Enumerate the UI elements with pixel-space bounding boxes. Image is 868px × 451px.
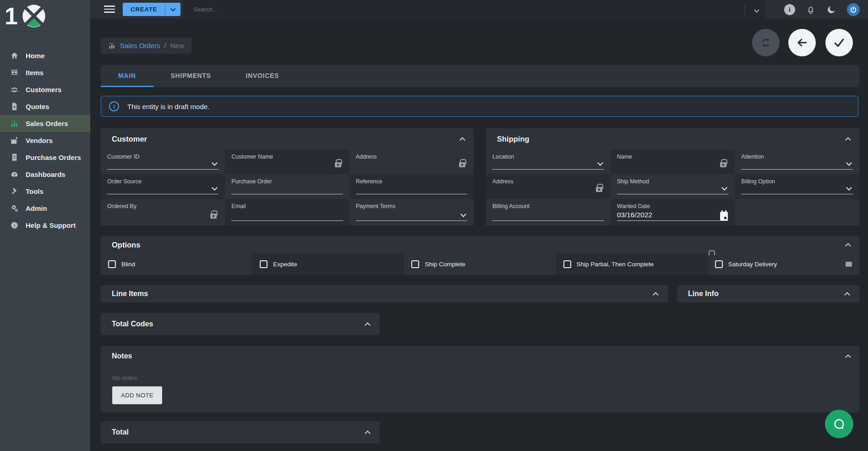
breadcrumb-section-link[interactable]: Sales Orders [120,42,160,50]
input-underline [107,169,218,170]
checkbox[interactable] [563,260,571,268]
sidebar-item-home[interactable]: Home [0,47,90,64]
tab-main[interactable]: MAIN [101,65,153,87]
field-reference[interactable]: Reference [349,174,474,199]
field-location[interactable]: Location [486,149,611,174]
field-attention[interactable]: Attention [735,149,859,174]
tools-icon [10,187,19,196]
search-input[interactable] [193,0,720,19]
breadcrumb: Sales Orders / New [101,38,191,54]
field-order-source[interactable]: Order Source [101,174,225,199]
option-blind[interactable]: Blind [101,253,252,275]
field-email[interactable]: Email [225,199,349,226]
chevron-down-icon[interactable] [846,160,852,166]
sidebar: 1 Home Items Customers $ Quotes Sales Or… [0,0,90,451]
field-customer-id[interactable]: Customer ID [101,149,225,174]
field-ship-method[interactable]: Ship Method [611,174,735,199]
lock-icon [210,214,217,219]
breadcrumb-separator: / [164,42,166,50]
input-underline [741,194,853,194]
chevron-up-icon[interactable] [365,322,371,328]
chevron-up-icon[interactable] [365,430,371,436]
sidebar-item-label: Vendors [26,137,53,144]
add-note-button[interactable]: ADD NOTE [112,386,162,404]
chevron-up-icon[interactable] [653,292,659,298]
chat-button[interactable] [825,410,853,438]
field-ship-name: Name [611,149,735,174]
power-icon[interactable] [847,3,860,16]
sidebar-item-tools[interactable]: Tools [0,183,90,200]
field-wanted-date[interactable]: Wanted Date 03/16/2022 [611,199,735,226]
section-title: Shipping [497,135,530,143]
topbar-icons: i [784,0,860,19]
chevron-down-icon[interactable] [212,185,218,191]
check-icon [833,36,846,49]
option-expedite[interactable]: Expedite [252,253,404,275]
app-logo[interactable]: 1 [0,0,90,32]
shipping-section: Shipping Location Name Attention Address [486,128,859,226]
sidebar-item-help-support[interactable]: i Help & Support [0,217,90,234]
chevron-down-icon[interactable] [721,185,727,191]
sidebar-item-label: Home [26,52,45,60]
line-items-section[interactable]: Line Items [101,285,668,302]
sidebar-item-label: Tools [26,187,44,195]
sidebar-item-label: Items [26,69,44,77]
sidebar-item-sales-orders[interactable]: Sales Orders [0,115,90,132]
create-button-label: CREATE [123,3,165,16]
sidebar-item-items[interactable]: Items [0,64,90,81]
info-icon[interactable]: i [784,4,795,15]
chevron-up-icon[interactable] [845,354,851,360]
sidebar-item-customers[interactable]: Customers [0,81,90,98]
moon-icon[interactable] [826,5,836,15]
back-button[interactable] [788,29,816,56]
shipping-section-header[interactable]: Shipping [486,128,859,149]
sidebar-item-vendors[interactable]: Vendors [0,132,90,149]
search-options-chevron-icon[interactable] [755,7,759,15]
sidebar-item-dashboards[interactable]: Dashboards [0,166,90,183]
home-icon [10,51,19,60]
total-section[interactable]: Total [101,421,380,443]
logo-icon [22,4,46,28]
options-section-header[interactable]: Options [101,236,859,253]
field-billing-option[interactable]: Billing Option [735,174,859,199]
chevron-down-icon[interactable] [212,160,218,166]
checkbox[interactable] [411,260,419,268]
total-codes-section[interactable]: Total Codes [101,313,380,335]
field-billing-account[interactable]: Billing Account [486,199,611,226]
option-ship-partial-then-complete[interactable]: Ship Partial, Then Complete [556,253,708,275]
chevron-down-icon[interactable] [846,185,852,191]
line-info-section[interactable]: Line Info [677,285,859,302]
menu-icon[interactable] [104,6,115,15]
bell-icon[interactable] [806,5,816,15]
checkbox[interactable] [108,260,116,268]
checkbox[interactable] [715,260,723,268]
checkbox[interactable] [260,260,267,268]
no-notes-text: No notes. [112,374,139,381]
dashboards-icon [10,170,19,179]
sidebar-item-quotes[interactable]: $ Quotes [0,98,90,115]
tab-invoices[interactable]: INVOICES [229,65,297,87]
chevron-up-icon[interactable] [844,292,850,298]
sidebar-item-purchase-orders[interactable]: Purchase Orders [0,149,90,166]
create-button[interactable]: CREATE [123,3,180,16]
refresh-button[interactable] [752,29,780,56]
sidebar-item-admin[interactable]: Admin [0,200,90,217]
field-payment-terms[interactable]: Payment Terms [349,199,474,226]
chevron-down-icon[interactable] [460,211,466,217]
create-dropdown-button[interactable] [165,3,180,16]
chevron-up-icon[interactable] [845,243,851,249]
field-purchase-order[interactable]: Purchase Order [225,174,349,199]
confirm-button[interactable] [825,29,853,56]
chevron-up-icon[interactable] [845,137,851,143]
customer-section-header[interactable]: Customer [101,128,474,149]
input-underline [492,220,604,221]
chevron-down-icon[interactable] [597,160,603,166]
info-circle-icon: i [109,101,119,111]
calendar-icon[interactable] [720,212,728,220]
sales-orders-icon [10,119,19,128]
chevron-up-icon[interactable] [459,137,465,143]
tab-shipments[interactable]: SHIPMENTS [153,65,229,87]
notes-section-header[interactable]: Notes [101,346,859,366]
input-underline [492,169,604,170]
option-ship-complete[interactable]: Ship Complete [404,253,556,275]
